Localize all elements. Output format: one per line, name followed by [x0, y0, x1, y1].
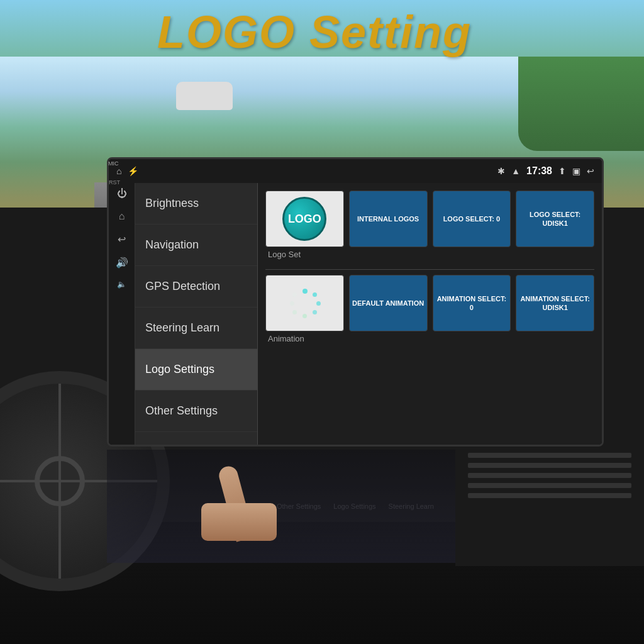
road-car — [176, 82, 233, 110]
animation-select-udisk1-label: ANIMATION SELECT: UDISK1 — [516, 292, 594, 315]
vent-slat-1 — [468, 453, 631, 458]
vent-slats — [455, 440, 644, 511]
main-content: ⏻ ⌂ ↩ 🔊 🔈 Brightness Navigation GPS Dete… — [109, 183, 602, 445]
content-area: LOGO INTERNAL LOGOS LOGO SELECT: 0 LOGO … — [258, 183, 602, 445]
logo-select-0-button[interactable]: LOGO SELECT: 0 — [433, 191, 511, 247]
animation-select-0-button[interactable]: ANIMATION SELECT: 0 — [433, 275, 511, 331]
trees-right — [518, 57, 644, 151]
vent-slat-3 — [468, 473, 631, 478]
back-icon: ↩ — [587, 166, 594, 176]
menu-item-gps[interactable]: GPS Detection — [135, 266, 257, 308]
internal-logos-label: INTERNAL LOGOS — [355, 212, 421, 226]
menu-item-logo-settings[interactable]: Logo Settings — [135, 349, 257, 391]
rst-label: RST — [109, 179, 120, 186]
animation-select-0-label: ANIMATION SELECT: 0 — [433, 292, 511, 315]
animation-grid: DEFAULT ANIMATION ANIMATION SELECT: 0 AN… — [265, 275, 594, 331]
page-title: LOGO Setting — [31, 6, 597, 58]
default-animation-button[interactable]: DEFAULT ANIMATION — [349, 275, 428, 331]
vent-slat-4 — [468, 483, 631, 488]
hand-pointing — [189, 428, 314, 541]
menu-item-brightness[interactable]: Brightness — [135, 183, 257, 225]
loading-spinner — [289, 287, 320, 319]
home-status-icon: ⌂ — [116, 166, 121, 176]
default-animation-label: DEFAULT ANIMATION — [350, 296, 426, 310]
menu-item-navigation[interactable]: Navigation — [135, 225, 257, 266]
status-bar-left: ⌂ ⚡ — [116, 166, 138, 176]
logo-select-0-label: LOGO SELECT: 0 — [441, 212, 502, 226]
vent-slat-5 — [468, 493, 631, 498]
animation-section: DEFAULT ANIMATION ANIMATION SELECT: 0 AN… — [265, 275, 594, 343]
logo-circle: LOGO — [282, 197, 326, 241]
animation-spinner-tile[interactable] — [265, 275, 344, 331]
right-vent-panel — [455, 440, 644, 566]
logo-set-tile[interactable]: LOGO — [265, 191, 344, 247]
time-display: 17:38 — [526, 165, 552, 177]
volume-up-icon[interactable]: 🔊 — [116, 257, 128, 269]
logo-select-udisk1-label: LOGO SELECT: UDISK1 — [516, 208, 594, 231]
status-bar-right: ✱ ▲ 17:38 ⬆ ▣ ↩ — [497, 165, 594, 177]
wifi-icon: ▲ — [511, 166, 520, 176]
bluetooth-icon: ✱ — [497, 166, 505, 176]
vent-slat-2 — [468, 463, 631, 468]
status-bar: ⌂ ⚡ ✱ ▲ 17:38 ⬆ ▣ ↩ — [109, 159, 602, 183]
section-divider — [265, 269, 594, 270]
menu-panel: Brightness Navigation GPS Detection Stee… — [135, 183, 258, 445]
usb-status-icon: ⚡ — [128, 166, 138, 176]
palm — [201, 503, 277, 541]
menu-item-steering[interactable]: Steering Learn — [135, 308, 257, 349]
internal-logos-button[interactable]: INTERNAL LOGOS — [349, 191, 428, 247]
volume-down-icon[interactable]: 🔈 — [117, 280, 126, 289]
home-nav-icon[interactable]: ⌂ — [119, 211, 125, 222]
logo-grid: LOGO INTERNAL LOGOS LOGO SELECT: 0 LOGO … — [265, 191, 594, 247]
head-unit-screen: ⌂ ⚡ ✱ ▲ 17:38 ⬆ ▣ ↩ ⏻ ⌂ ↩ 🔊 🔈 Brightness… — [107, 157, 604, 447]
window-icon: ▣ — [572, 166, 580, 176]
mic-label: MIC — [108, 160, 119, 167]
r-logo: Logo Settings — [333, 502, 375, 510]
side-navigation: ⏻ ⌂ ↩ 🔊 🔈 — [109, 183, 135, 445]
expand-icon: ⬆ — [558, 166, 566, 176]
back-nav-icon[interactable]: ↩ — [118, 233, 126, 245]
logo-set-label: Logo Set — [265, 250, 594, 259]
logo-section: LOGO INTERNAL LOGOS LOGO SELECT: 0 LOGO … — [265, 191, 594, 259]
animation-label: Animation — [265, 334, 594, 343]
power-icon[interactable]: ⏻ — [117, 188, 127, 199]
logo-select-udisk1-button[interactable]: LOGO SELECT: UDISK1 — [516, 191, 594, 247]
menu-item-other-settings[interactable]: Other Settings — [135, 391, 257, 432]
r-steering: Steering Learn — [389, 502, 434, 510]
spoke-v — [58, 384, 61, 579]
animation-select-udisk1-button[interactable]: ANIMATION SELECT: UDISK1 — [516, 275, 594, 331]
logo-text: LOGO — [288, 213, 321, 226]
